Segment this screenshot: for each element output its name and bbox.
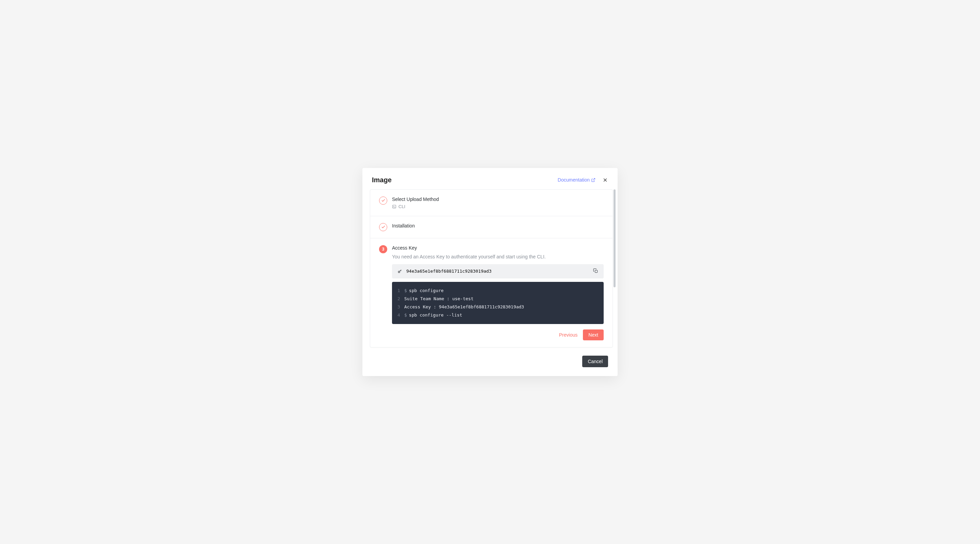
step-upload-method[interactable]: Select Upload Method CLI	[370, 190, 612, 216]
step-header: 3 Access Key You need an Access Key to a…	[379, 245, 604, 340]
close-button[interactable]	[602, 177, 608, 183]
copy-key-button[interactable]	[593, 268, 598, 274]
step-header: Select Upload Method CLI	[379, 197, 604, 209]
step-text: Select Upload Method CLI	[392, 197, 439, 209]
code-text: Access Key : 94e3a65e1ef8bf6881711c92830…	[404, 303, 524, 311]
step-title: Select Upload Method	[392, 197, 439, 202]
next-button[interactable]: Next	[583, 330, 604, 340]
header-actions: Documentation	[558, 177, 608, 183]
code-text: spb configure	[409, 287, 444, 295]
check-icon	[381, 198, 385, 203]
prompt-symbol: $	[404, 311, 407, 319]
cancel-button[interactable]: Cancel	[582, 356, 608, 367]
modal-title: Image	[372, 176, 392, 184]
access-key-box: 94e3a65e1ef8bf6881711c9283019ad3	[392, 264, 604, 278]
step-text: Installation	[392, 223, 415, 228]
step-badge-done	[379, 197, 387, 205]
modal-header: Image Documentation	[363, 168, 617, 189]
scrollbar[interactable]	[614, 189, 616, 287]
image-modal: Image Documentation Select Upload Method	[363, 168, 617, 376]
code-text: spb configure --list	[409, 311, 463, 319]
step-subtitle-text: CLI	[398, 204, 405, 209]
modal-footer: Cancel	[363, 347, 617, 376]
code-line: 1 $ spb configure	[398, 287, 598, 295]
code-line: 2 Suite Team Name : use-test	[398, 295, 598, 303]
line-number: 4	[398, 311, 404, 319]
code-text: Suite Team Name : use-test	[404, 295, 474, 303]
line-number: 3	[398, 303, 404, 311]
code-line: 4 $ spb configure --list	[398, 311, 598, 319]
step-installation[interactable]: Installation	[370, 216, 612, 238]
step-number: 3	[382, 247, 385, 252]
key-icon	[398, 269, 402, 274]
close-icon	[602, 177, 608, 183]
step-title: Installation	[392, 223, 415, 228]
documentation-link-label: Documentation	[558, 177, 590, 182]
steps-scroll-area: Select Upload Method CLI Installatio	[363, 189, 617, 347]
documentation-link[interactable]: Documentation	[558, 177, 595, 182]
svg-rect-8	[595, 270, 598, 273]
previous-button[interactable]: Previous	[559, 332, 578, 338]
step-description: You need an Access Key to authenticate y…	[392, 254, 604, 259]
copy-icon	[593, 268, 598, 273]
code-line: 3 Access Key : 94e3a65e1ef8bf6881711c928…	[398, 303, 598, 311]
external-link-icon	[591, 178, 595, 182]
step-access-key: 3 Access Key You need an Access Key to a…	[370, 238, 612, 347]
line-number: 1	[398, 287, 404, 295]
svg-line-0	[593, 179, 595, 181]
access-key-value: 94e3a65e1ef8bf6881711c9283019ad3	[406, 269, 492, 274]
code-block: 1 $ spb configure 2 Suite Team Name : us…	[392, 282, 604, 324]
line-number: 2	[398, 295, 404, 303]
terminal-icon	[392, 205, 396, 209]
step-body: Access Key You need an Access Key to aut…	[392, 245, 604, 340]
access-key-left: 94e3a65e1ef8bf6881711c9283019ad3	[398, 269, 492, 274]
step-actions: Previous Next	[392, 330, 604, 340]
step-subtitle: CLI	[392, 204, 439, 209]
step-badge-active: 3	[379, 245, 387, 253]
step-badge-done	[379, 223, 387, 231]
check-icon	[381, 225, 385, 229]
step-header: Installation	[379, 223, 604, 231]
prompt-symbol: $	[404, 287, 407, 295]
svg-line-7	[401, 270, 401, 271]
step-title: Access Key	[392, 245, 604, 251]
steps-container: Select Upload Method CLI Installatio	[370, 189, 613, 347]
